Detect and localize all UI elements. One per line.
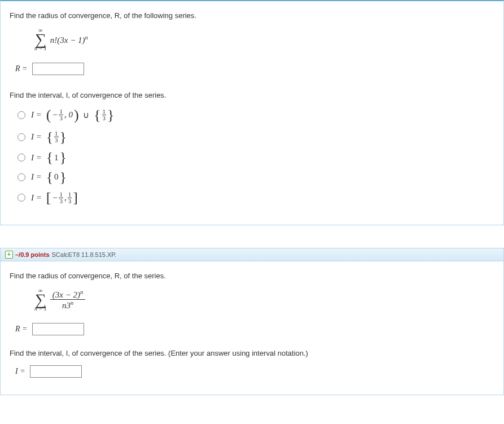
- r-label: R =: [15, 325, 28, 334]
- option-4[interactable]: I = { 0 }: [17, 172, 494, 182]
- q1-series-formula: ∞ ∑ n = 1 n!(3x − 1)n: [34, 28, 494, 51]
- option-1[interactable]: I = ( − 13 , 0 ) ∪ { 13 }: [17, 108, 494, 121]
- q2-series-formula: ∞ ∑ n = 1 (3x − 2)n n3n: [34, 288, 494, 312]
- option-1-math: I = ( − 13 , 0 ) ∪ { 13 }: [31, 108, 115, 121]
- option-3-math: I = { 1 }: [31, 152, 67, 163]
- radio-icon[interactable]: [17, 111, 25, 119]
- points-label: –/0.9 points: [15, 251, 50, 258]
- q2-r-answer-row: R =: [15, 323, 494, 335]
- series-body: n!(3x − 1)n: [50, 34, 88, 45]
- radio-icon[interactable]: [17, 173, 25, 181]
- sigma-symbol: ∞ ∑ n = 1: [34, 288, 47, 312]
- q2-prompt-interval: Find the interval, I, of convergence of …: [10, 349, 494, 357]
- q1-prompt-radius: Find the radius of convergence, R, of th…: [10, 11, 494, 20]
- interval-options: I = ( − 13 , 0 ) ∪ { 13 } I = { 13 }: [17, 108, 494, 204]
- i-label: I =: [15, 367, 25, 376]
- option-2-math: I = { 13 }: [31, 130, 67, 143]
- q2-i-answer-row: I =: [15, 365, 494, 378]
- option-5[interactable]: I = [ − 13 , 13 ]: [17, 191, 494, 204]
- option-4-math: I = { 0 }: [31, 172, 67, 182]
- source-label: SCalcET8 11.8.515.XP.: [52, 251, 117, 258]
- r-input[interactable]: [32, 323, 84, 335]
- sigma-symbol: ∞ ∑ n = 1: [34, 28, 47, 51]
- q1-r-answer-row: R =: [15, 63, 494, 75]
- question-2: Find the radius of convergence, R, of th…: [0, 261, 504, 395]
- sigma-lower: n = 1: [34, 46, 47, 51]
- r-label: R =: [15, 64, 28, 73]
- radio-icon[interactable]: [17, 194, 25, 202]
- option-5-math: I = [ − 13 , 13 ]: [31, 191, 78, 204]
- sigma-icon: ∑: [35, 294, 46, 306]
- radio-icon[interactable]: [17, 133, 25, 141]
- i-input[interactable]: [30, 365, 82, 378]
- radio-icon[interactable]: [17, 154, 25, 161]
- option-3[interactable]: I = { 1 }: [17, 152, 494, 163]
- q1-prompt-interval: Find the interval, I, of convergence of …: [10, 91, 494, 99]
- series-fraction: (3x − 2)n n3n: [50, 289, 86, 311]
- sigma-icon: ∑: [35, 33, 46, 46]
- option-2[interactable]: I = { 13 }: [17, 130, 494, 143]
- expand-icon[interactable]: +: [5, 251, 13, 259]
- r-input[interactable]: [32, 63, 84, 75]
- question-2-header: + –/0.9 points SCalcET8 11.8.515.XP.: [0, 248, 504, 261]
- sigma-lower: n = 1: [34, 306, 47, 312]
- q2-prompt-radius: Find the radius of convergence, R, of th…: [10, 272, 494, 280]
- question-1: Find the radius of convergence, R, of th…: [0, 0, 504, 225]
